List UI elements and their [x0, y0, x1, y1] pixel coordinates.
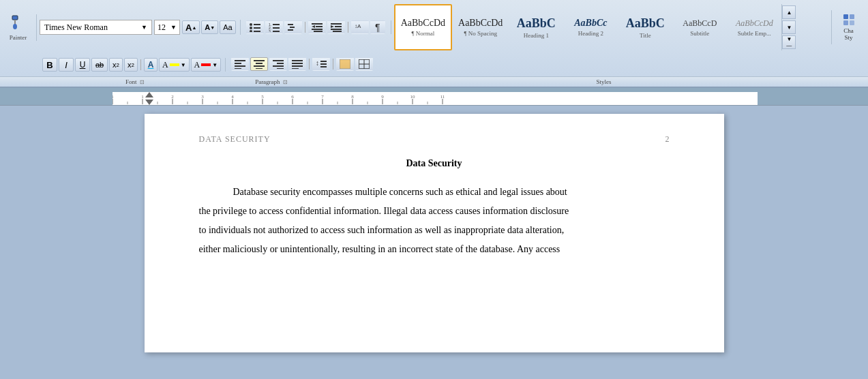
svg-rect-21: [316, 26, 323, 27]
highlight-color-indicator: [170, 63, 179, 66]
font-label-text: Font: [125, 78, 137, 85]
svg-rect-37: [235, 68, 241, 69]
strikethrough-group: ab: [91, 58, 108, 72]
font-name-text: Times New Roman: [44, 22, 108, 33]
style-title-preview: AaBbC: [626, 16, 665, 31]
styles-scroll-down-button[interactable]: ▼: [782, 20, 796, 34]
clear-format-icon: Aa: [223, 23, 232, 31]
font-color-button[interactable]: A ▼: [191, 58, 222, 72]
format-painter-button[interactable]: [9, 14, 28, 33]
font-size-dropdown-icon[interactable]: ▼: [170, 24, 177, 31]
font-grow-button[interactable]: A▲: [182, 20, 200, 34]
line-spacing-button[interactable]: ↕: [312, 57, 330, 71]
svg-rect-23: [314, 31, 323, 32]
svg-rect-35: [235, 63, 241, 64]
style-no-spacing[interactable]: AaBbCcDd ¶ No Spacing: [452, 4, 509, 50]
style-subtle-emphasis[interactable]: AaBbCcDd Subtle Emp...: [727, 4, 781, 50]
document-paragraph3: to individuals not authorized to access …: [199, 221, 670, 240]
bold-button[interactable]: B: [42, 58, 57, 72]
style-normal-preview: AaBbCcDd: [401, 18, 445, 29]
indent-marker-bottom[interactable]: [145, 100, 153, 105]
font-name-selector[interactable]: Times New Roman ▼: [40, 20, 152, 35]
svg-rect-34: [235, 60, 245, 61]
font-shrink-button[interactable]: A▼: [201, 20, 218, 34]
paragraph-label-text: Paragraph: [255, 78, 280, 85]
page-header: DATA SECURITY 2: [199, 134, 670, 145]
align-left-button[interactable]: [231, 57, 249, 71]
svg-point-3: [250, 23, 252, 26]
text-effects-button[interactable]: A: [144, 58, 158, 72]
font-size-selector[interactable]: 12 ▼: [154, 20, 180, 35]
style-heading1[interactable]: AaBbC Heading 1: [509, 4, 563, 50]
strikethrough-button[interactable]: ab: [91, 58, 108, 72]
ruler-bar: 1 1 2 3 4 5 6 7 8 9 10 11: [0, 92, 868, 106]
style-subtle-emphasis-label: Subtle Emp...: [738, 30, 771, 37]
align-center-button[interactable]: [250, 57, 268, 71]
document-paragraph2: the privilege to access confidential inf…: [199, 202, 670, 221]
change-styles-button[interactable]: ChaSty: [831, 10, 865, 44]
style-normal[interactable]: AaBbCcDd ¶ Normal: [394, 4, 452, 50]
sort-button[interactable]: ↕A: [351, 20, 369, 34]
font-format-row: B I U ab x2 x2 A A ▼ A ▼: [42, 58, 228, 72]
underline-group: U: [75, 58, 90, 72]
document-area: DATA SECURITY 2 Data Security Database s…: [0, 106, 868, 379]
numbering-button[interactable]: 1.2.3.: [265, 20, 283, 34]
svg-rect-14: [273, 31, 280, 32]
font-size-text: 12: [158, 22, 166, 33]
show-marks-button[interactable]: ¶: [370, 20, 385, 34]
style-heading2[interactable]: AaBbCc Heading 2: [563, 4, 618, 50]
highlight-color-button[interactable]: A ▼: [159, 58, 190, 72]
increase-indent-button[interactable]: [327, 20, 345, 34]
styles-scroll-buttons: ▲ ▼ ▼—: [781, 4, 796, 50]
style-no-spacing-label: ¶ No Spacing: [464, 30, 497, 37]
svg-rect-33: [850, 20, 854, 25]
clipboard-section: Painter: [3, 14, 37, 41]
svg-rect-53: [320, 66, 327, 67]
svg-rect-38: [254, 60, 265, 61]
align-right-button[interactable]: [269, 57, 287, 71]
styles-expand-button[interactable]: ▼—: [782, 35, 796, 49]
document-body[interactable]: Database security encompasses multiple c…: [199, 183, 670, 259]
svg-text:9: 9: [381, 94, 384, 100]
style-title[interactable]: AaBbC Title: [618, 4, 672, 50]
divider2: [348, 22, 348, 33]
svg-text:1: 1: [113, 94, 114, 100]
bullets-button[interactable]: [246, 20, 264, 34]
svg-rect-48: [292, 65, 303, 67]
paragraph-expand-icon[interactable]: ⊡: [283, 79, 288, 85]
paragraph-section-row1: 1.2.3. ↕A ¶: [246, 20, 391, 34]
svg-text:7: 7: [321, 94, 324, 100]
multilevel-list-button[interactable]: [284, 20, 302, 34]
font-expand-icon[interactable]: ⊡: [140, 79, 145, 85]
italic-button[interactable]: I: [59, 58, 74, 72]
borders-button[interactable]: [355, 57, 373, 71]
svg-text:↕A: ↕A: [355, 23, 361, 29]
shading-button[interactable]: [336, 57, 354, 71]
justify-button[interactable]: [288, 57, 306, 71]
svg-rect-46: [292, 60, 303, 61]
page-header-bar: [0, 106, 868, 114]
style-subtitle-label: Subtitle: [690, 30, 709, 37]
ruler-ticks: 1 1 2 3 4 5 6 7 8 9 10 11: [113, 92, 758, 106]
svg-text:10: 10: [410, 94, 416, 100]
font-color-dropdown-icon[interactable]: ▼: [212, 62, 218, 68]
indent-marker-top[interactable]: [145, 92, 153, 97]
svg-rect-51: [320, 61, 327, 62]
svg-text:6: 6: [291, 94, 294, 100]
superscript-button[interactable]: x2: [124, 58, 138, 72]
svg-text:3: 3: [201, 94, 204, 100]
svg-rect-10: [273, 24, 280, 25]
document-paragraph: Database security encompasses multiple c…: [199, 183, 670, 202]
subscript-button[interactable]: x2: [109, 58, 123, 72]
underline-button[interactable]: U: [75, 58, 90, 72]
document-page[interactable]: DATA SECURITY 2 Data Security Database s…: [145, 114, 724, 352]
style-subtitle[interactable]: AaBbCcD Subtitle: [672, 4, 727, 50]
svg-point-5: [250, 27, 252, 29]
clear-formatting-button[interactable]: Aa: [220, 20, 235, 34]
styles-scroll-up-button[interactable]: ▲: [782, 5, 796, 19]
font-name-dropdown-icon[interactable]: ▼: [141, 24, 147, 31]
highlight-dropdown-icon[interactable]: ▼: [181, 62, 186, 68]
decrease-indent-button[interactable]: [308, 20, 326, 34]
section-labels-row: Font ⊡ Paragraph ⊡ Styles: [0, 76, 868, 87]
style-title-label: Title: [640, 32, 651, 39]
